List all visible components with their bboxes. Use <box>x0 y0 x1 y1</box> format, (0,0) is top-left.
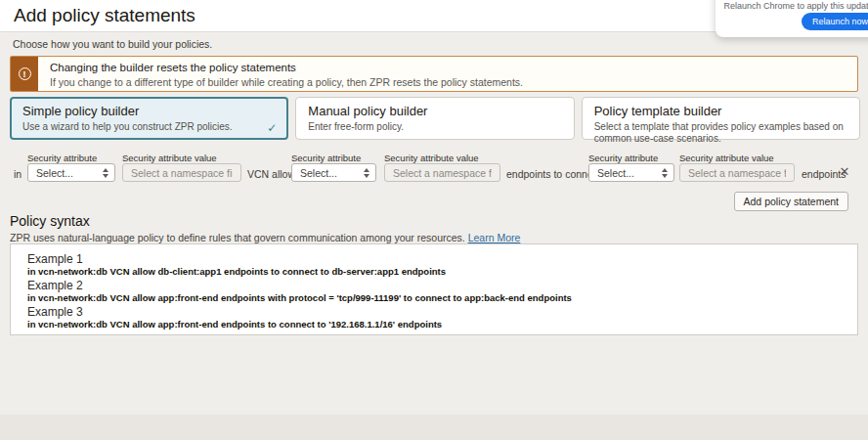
example-statement: in vcn-network:db VCN allow app:front-en… <box>27 292 841 304</box>
security-attribute-value-input-1[interactable] <box>122 163 241 182</box>
security-attribute-value-label-1: Security attribute value <box>122 153 217 163</box>
policy-syntax-description: ZPR uses natural-language policy to defi… <box>10 232 520 243</box>
warning-title: Changing the builder resets the policy s… <box>50 62 523 73</box>
policy-syntax-heading: Policy syntax <box>10 213 90 229</box>
select-value: Select... <box>36 167 73 179</box>
select-value: Select... <box>597 167 634 179</box>
security-attribute-value-label-2: Security attribute value <box>384 153 479 163</box>
card-description: Select a template that provides policy e… <box>594 121 847 145</box>
security-attribute-select-3[interactable]: Select... <box>588 163 674 182</box>
chevron-updown-icon <box>662 168 668 178</box>
security-attribute-select-1[interactable]: Select... <box>27 163 115 182</box>
learn-more-link[interactable]: Learn More <box>468 232 521 243</box>
warning-icon: ! <box>19 67 31 80</box>
warning-banner: ! Changing the builder resets the policy… <box>10 56 858 92</box>
statement-prefix-label: in <box>14 168 22 180</box>
chevron-updown-icon <box>103 168 108 178</box>
relaunch-now-button[interactable]: Relaunch now <box>802 13 868 30</box>
security-attribute-label-2: Security attribute <box>291 153 361 163</box>
example-statement: in vcn-network:db VCN allow app:front-en… <box>27 319 841 330</box>
security-attribute-select-2[interactable]: Select... <box>291 163 376 182</box>
warning-banner-texts: Changing the builder resets the policy s… <box>38 57 535 91</box>
policy-examples-box: Example 1 in vcn-network:db VCN allow db… <box>10 243 858 335</box>
security-attribute-label-3: Security attribute <box>588 153 658 163</box>
remove-statement-close-icon[interactable]: ✕ <box>837 164 852 180</box>
card-manual-policy-builder[interactable]: Manual policy builder Enter free-form po… <box>295 97 574 140</box>
card-description: Enter free-form policy. <box>308 121 561 133</box>
card-title: Simple policy builder <box>22 104 276 118</box>
warning-banner-accent: ! <box>11 57 38 91</box>
example-statement: in vcn-network:db VCN allow db-client:ap… <box>27 266 841 278</box>
chrome-update-popup: Relaunch Chrome to apply this update Rel… <box>716 0 868 37</box>
security-attribute-value-input-2[interactable] <box>384 163 500 182</box>
card-description: Use a wizard to help you construct ZPR p… <box>22 121 276 133</box>
desktop-edge-strip <box>0 415 868 440</box>
card-policy-template-builder[interactable]: Policy template builder Select a templat… <box>582 97 860 140</box>
warning-body: If you change to a different type of bui… <box>50 76 523 88</box>
card-simple-policy-builder[interactable]: Simple policy builder Use a wizard to he… <box>10 97 288 140</box>
example-label: Example 3 <box>27 305 841 319</box>
statement-connector-vcn-allow: VCN allow <box>247 168 295 180</box>
security-attribute-label-1: Security attribute <box>27 153 97 163</box>
card-title: Policy template builder <box>594 104 847 118</box>
page-title: Add policy statements <box>14 5 195 26</box>
builder-card-row: Simple policy builder Use a wizard to he… <box>10 97 860 140</box>
example-label: Example 1 <box>27 252 841 266</box>
card-title: Manual policy builder <box>308 104 561 118</box>
example-label: Example 2 <box>27 279 841 292</box>
select-value: Select... <box>300 167 337 179</box>
add-policy-statement-button[interactable]: Add policy statement <box>734 192 848 211</box>
check-icon: ✓ <box>267 121 277 135</box>
chrome-update-message: Relaunch Chrome to apply this update <box>719 1 868 11</box>
security-attribute-value-label-3: Security attribute value <box>679 153 774 163</box>
security-attribute-value-input-3[interactable] <box>679 163 795 182</box>
intro-text: Choose how you want to build your polici… <box>13 38 212 50</box>
chevron-updown-icon <box>364 168 369 178</box>
policy-syntax-description-text: ZPR uses natural-language policy to defi… <box>10 232 465 243</box>
